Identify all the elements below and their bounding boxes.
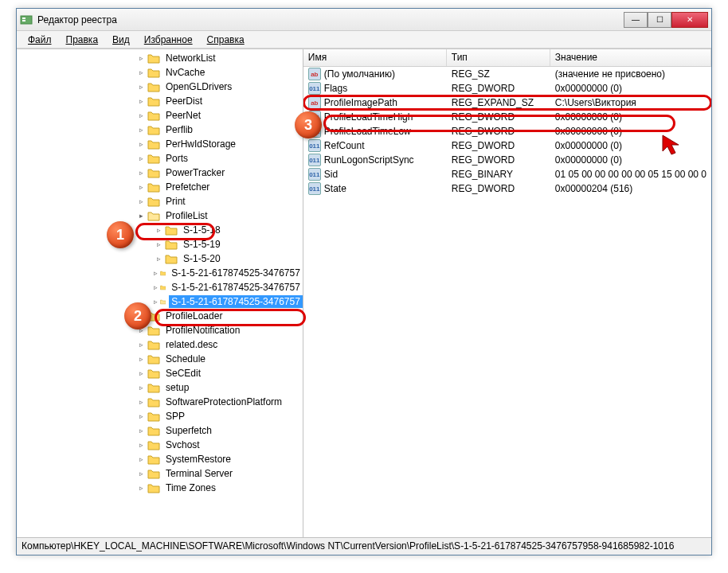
tree-key[interactable]: ▹SoftwareProtectionPlatform (17, 395, 303, 409)
value-type-icon: 011 (308, 168, 321, 181)
menu-favorites[interactable]: Избранное (138, 33, 199, 47)
tree-key[interactable]: ▹PeerNet (17, 108, 303, 123)
tree-key-sid[interactable]: ▹S-1-5-21-617874525-3476757 (17, 280, 303, 294)
value-name: State (324, 183, 346, 194)
menu-view[interactable]: Вид (106, 33, 136, 47)
value-data: 0x00000000 (0) (550, 111, 711, 123)
registry-value-row[interactable]: 011RunLogonScriptSync REG_DWORD 0x000000… (303, 153, 711, 167)
tree-key[interactable]: ▹setup (17, 380, 303, 395)
tree-key[interactable]: ▹ProfileLoader (17, 309, 303, 323)
tree-key[interactable]: ▹OpenGLDrivers (17, 80, 303, 94)
value-data: (значение не присвоено) (550, 68, 711, 80)
tree-key[interactable]: ▹Perflib (17, 123, 303, 137)
tree-key-sid[interactable]: ▹S-1-5-20 (17, 251, 303, 266)
value-name: ProfileImagePath (324, 97, 397, 108)
registry-value-row[interactable]: abProfileImagePath REG_EXPAND_SZ C:\User… (303, 96, 711, 110)
registry-value-row[interactable]: 011ProfileLoadTimeHigh REG_DWORD 0x00000… (303, 110, 711, 124)
value-type-icon: ab (308, 68, 321, 80)
col-type[interactable]: Тип (447, 49, 550, 66)
tree-key[interactable]: ▹SeCEdit (17, 366, 303, 380)
value-name: Sid (324, 169, 338, 180)
annotation-marker-3: 3 (295, 111, 322, 138)
tree-key[interactable]: ▹Superfetch (17, 423, 303, 438)
value-type: REG_DWORD (447, 182, 550, 195)
list-pane: Имя Тип Значение ab(По умолчанию) REG_SZ… (303, 49, 711, 537)
registry-value-row[interactable]: ab(По умолчанию) REG_SZ (значение не при… (303, 67, 711, 81)
tree-key[interactable]: ▹SystemRestore (17, 452, 303, 466)
titlebar[interactable]: Редактор реестра — ☐ ✕ (17, 9, 711, 31)
value-data: 0x00000000 (0) (550, 82, 711, 95)
tree-key-sid[interactable]: ▹S-1-5-21-617874525-3476757 (17, 266, 303, 280)
annotation-marker-1: 1 (107, 221, 134, 248)
value-type-icon: 011 (308, 154, 321, 166)
body-split: ▹NetworkList▹NvCache▹OpenGLDrivers▹PeerD… (17, 49, 711, 537)
menubar: Файл Правка Вид Избранное Справка (17, 31, 711, 49)
value-type: REG_EXPAND_SZ (447, 96, 550, 109)
tree-key[interactable]: ▹PerHwIdStorage (17, 137, 303, 151)
value-type: REG_DWORD (447, 82, 550, 95)
statusbar: Компьютер\HKEY_LOCAL_MACHINE\SOFTWARE\Mi… (17, 537, 711, 555)
tree-key[interactable]: ▹PeerDist (17, 94, 303, 108)
registry-value-row[interactable]: 011RefCount REG_DWORD 0x00000000 (0) (303, 138, 711, 153)
menu-file[interactable]: Файл (22, 33, 58, 47)
value-type-icon: 011 (308, 182, 321, 195)
tree-key-sid[interactable]: ▹S-1-5-19 (17, 237, 303, 251)
menu-help[interactable]: Справка (201, 33, 251, 47)
tree-key[interactable]: ▹Print (17, 194, 303, 209)
value-type: REG_DWORD (447, 111, 550, 123)
value-name: Flags (324, 83, 347, 94)
app-icon (20, 14, 33, 26)
tree-key[interactable]: ▹Svchost (17, 438, 303, 452)
close-button[interactable]: ✕ (671, 12, 708, 28)
value-data: C:\Users\Виктория (550, 96, 711, 109)
menu-edit[interactable]: Правка (60, 33, 105, 47)
svg-rect-1 (22, 18, 25, 19)
registry-value-row[interactable]: 011Sid REG_BINARY 01 05 00 00 00 00 00 0… (303, 167, 711, 181)
value-type-icon: 011 (308, 82, 321, 95)
list-header[interactable]: Имя Тип Значение (303, 49, 711, 67)
value-type: REG_DWORD (447, 125, 550, 138)
registry-value-row[interactable]: 011State REG_DWORD 0x00000204 (516) (303, 181, 711, 196)
value-name: ProfileLoadTimeHigh (324, 111, 413, 123)
tree-key-sid[interactable]: ▹S-1-5-18 (17, 223, 303, 237)
tree-key[interactable]: ▹Ports (17, 151, 303, 166)
value-type: REG_DWORD (447, 139, 550, 152)
registry-value-row[interactable]: 011Flags REG_DWORD 0x00000000 (0) (303, 81, 711, 96)
svg-rect-2 (22, 20, 25, 21)
tree-key[interactable]: ▹Terminal Server (17, 466, 303, 481)
tree-key[interactable]: ▹PowerTracker (17, 166, 303, 180)
tree-key[interactable]: ▹Time Zones (17, 481, 303, 495)
col-name[interactable]: Имя (303, 49, 447, 66)
value-name: (По умолчанию) (324, 68, 395, 80)
cursor-arrow-icon (661, 134, 690, 162)
col-value[interactable]: Значение (550, 49, 711, 66)
value-type: REG_BINARY (447, 168, 550, 181)
tree-key[interactable]: ▹SPP (17, 409, 303, 423)
value-data: 01 05 00 00 00 00 00 05 15 00 00 0 (550, 168, 711, 181)
maximize-button[interactable]: ☐ (648, 12, 671, 28)
tree-key-profilelist[interactable]: ▸ProfileList (17, 209, 303, 223)
window-title: Редактор реестра (37, 14, 624, 25)
value-type: REG_DWORD (447, 154, 550, 166)
value-type: REG_SZ (447, 68, 550, 80)
tree-key[interactable]: ▹NetworkList (17, 51, 303, 65)
value-name: RefCount (324, 140, 365, 151)
value-type-icon: ab (308, 96, 321, 109)
tree-key[interactable]: ▹ProfileNotification (17, 323, 303, 337)
tree-key[interactable]: ▹related.desc (17, 337, 303, 352)
tree-key[interactable]: ▹Schedule (17, 352, 303, 366)
registry-editor-window: Редактор реестра — ☐ ✕ Файл Правка Вид И… (16, 8, 712, 555)
value-name: RunLogonScriptSync (324, 154, 414, 166)
minimize-button[interactable]: — (624, 12, 648, 28)
value-type-icon: 011 (308, 139, 321, 152)
tree-key[interactable]: ▹NvCache (17, 65, 303, 80)
tree-key[interactable]: ▹Prefetcher (17, 180, 303, 194)
tree-pane[interactable]: ▹NetworkList▹NvCache▹OpenGLDrivers▹PeerD… (17, 49, 303, 537)
tree-key-sid-selected[interactable]: ▹S-1-5-21-617874525-3476757 (17, 294, 303, 309)
value-data: 0x00000204 (516) (550, 182, 711, 195)
list-rows: ab(По умолчанию) REG_SZ (значение не при… (303, 67, 711, 537)
value-name: ProfileLoadTimeLow (324, 126, 411, 137)
annotation-marker-2: 2 (124, 302, 151, 329)
registry-value-row[interactable]: 011ProfileLoadTimeLow REG_DWORD 0x000000… (303, 124, 711, 138)
